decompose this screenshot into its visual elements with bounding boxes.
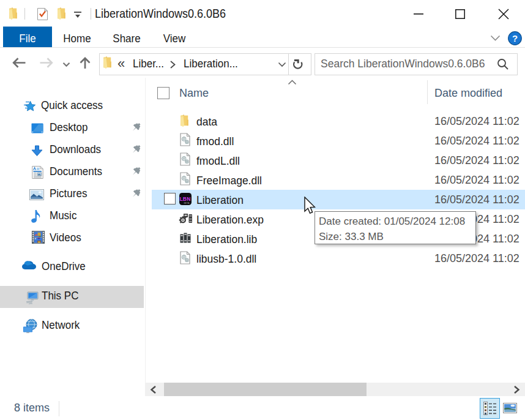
svg-text:BETA: BETA [184,202,190,204]
svg-text:LBN: LBN [179,196,190,202]
svg-text:?: ? [512,33,518,43]
